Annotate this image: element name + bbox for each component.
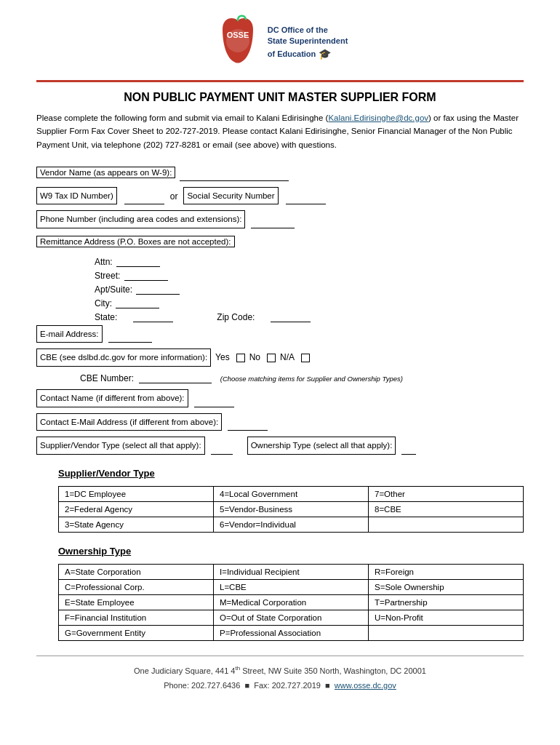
table-cell: 1=DC Employee — [59, 487, 214, 502]
cbe-na-checkbox[interactable] — [301, 354, 310, 362]
remittance-label: Remittance Address (P.O. Boxes are not a… — [36, 236, 235, 247]
table-row: 2=Federal Agency 5=Vendor-Business 8=CBE — [59, 502, 524, 517]
contact-email-row: Contact E-Mail Address (if different fro… — [36, 413, 524, 431]
cbe-number-input[interactable] — [139, 372, 212, 383]
table-row: A=State Corporation I=Individual Recipie… — [59, 565, 524, 580]
supplier-type-input[interactable] — [211, 439, 233, 455]
contact-email-input[interactable] — [228, 415, 268, 431]
org-line3: of Education 🎓 — [268, 47, 348, 62]
table-cell: U=Non-Profit — [369, 610, 524, 626]
table-row: E=State Employee M=Medical Corporation T… — [59, 595, 524, 610]
table-row: 1=DC Employee 4=Local Government 7=Other — [59, 487, 524, 502]
table-cell: P=Professional Association — [214, 626, 369, 641]
ownership-section-title: Ownership Type — [58, 546, 524, 557]
table-cell — [369, 626, 524, 641]
form-title: NON PUBLIC PAYMENT UNIT MASTER SUPPLIER … — [36, 91, 524, 104]
table-cell: S=Sole Ownership — [369, 580, 524, 595]
phone-row: Phone Number (including area codes and e… — [36, 210, 524, 228]
table-cell: A=State Corporation — [59, 565, 214, 580]
vendor-name-label: Vendor Name (as appears on W-9): — [36, 167, 175, 178]
or-text: or — [170, 189, 178, 205]
street-label: Street: — [95, 271, 120, 281]
yes-label: Yes — [215, 350, 230, 366]
table-cell: T=Partnership — [369, 595, 524, 610]
table-cell: I=Individual Recipient — [214, 565, 369, 580]
cbe-yes-checkbox[interactable] — [236, 354, 245, 362]
footer-fax: Fax: 202.727.2019 — [254, 681, 321, 690]
footer-phone: Phone: 202.727.6436 — [164, 681, 240, 690]
attn-label: Attn: — [95, 257, 113, 267]
state-input[interactable] — [133, 311, 173, 322]
ownership-type-field: Ownership Type (select all that apply): — [247, 437, 417, 455]
org-line3-text: of Education — [268, 49, 316, 60]
table-cell: E=State Employee — [59, 595, 214, 610]
ownership-type-input[interactable] — [401, 439, 416, 455]
table-cell: 4=Local Government — [214, 487, 369, 502]
intro-text: Please complete the following form and s… — [36, 111, 524, 151]
table-cell: 3=State Agency — [59, 517, 214, 533]
vendor-name-input[interactable] — [180, 164, 289, 181]
attn-input[interactable] — [116, 256, 160, 267]
email-input[interactable] — [108, 327, 152, 343]
zip-label: Zip Code: — [217, 312, 255, 322]
intro-text-1: Please complete the following form and s… — [36, 113, 328, 122]
header: OSSE DC Office of the State Superintende… — [36, 15, 524, 82]
city-label: City: — [95, 298, 112, 308]
state-label: State: — [95, 312, 117, 322]
footer-address: One Judiciary Square, 441 4th Street, NW… — [36, 664, 524, 678]
apt-input[interactable] — [136, 284, 180, 295]
ssn-input[interactable] — [286, 188, 326, 205]
email-row: E-mail Address: — [36, 325, 524, 343]
address-block: Attn: Street: Apt/Suite: City: State: Zi — [95, 256, 524, 322]
street-input[interactable] — [124, 270, 168, 281]
supplier-type-field: Supplier/Vendor Type (select all that ap… — [36, 437, 233, 455]
table-cell: O=Out of State Corporation — [214, 610, 369, 626]
table-cell: L=CBE — [214, 580, 369, 595]
contact-email-label: Contact E-Mail Address (if different fro… — [36, 413, 222, 431]
city-row: City: — [95, 298, 524, 308]
contact-name-label: Contact Name (if different from above): — [36, 389, 188, 407]
zip-input[interactable] — [271, 311, 311, 322]
osse-logo-apple: OSSE — [212, 15, 263, 71]
remittance-row: Remittance Address (P.O. Boxes are not a… — [36, 234, 524, 250]
no-label: No — [249, 350, 260, 366]
supplier-ownership-row: Supplier/Vendor Type (select all that ap… — [36, 437, 524, 455]
table-cell — [369, 517, 524, 533]
org-line2: State Superintendent — [268, 36, 348, 47]
page: OSSE DC Office of the State Superintende… — [0, 0, 560, 745]
contact-name-input[interactable] — [194, 391, 234, 407]
table-cell: G=Government Entity — [59, 626, 214, 641]
footer-contact: Phone: 202.727.6436 ■ Fax: 202.727.2019 … — [36, 679, 524, 693]
table-cell: F=Financial Institution — [59, 610, 214, 626]
apt-label: Apt/Suite: — [95, 284, 132, 295]
education-icon: 🎓 — [319, 47, 331, 62]
footer-website-link[interactable]: www.osse.dc.gov — [335, 681, 396, 690]
w9-label: W9 Tax ID Number) — [36, 187, 117, 205]
email-label: E-mail Address: — [36, 325, 103, 343]
footer-address2: Street, NW Suite 350 North, Washington, … — [240, 666, 426, 675]
table-cell: 2=Federal Agency — [59, 502, 214, 517]
table-cell: C=Professional Corp. — [59, 580, 214, 595]
w9-ssn-row: W9 Tax ID Number) or Social Security Num… — [36, 187, 524, 205]
email-link[interactable]: Kalani.Edirisinghe@dc.gov — [328, 113, 428, 122]
ssn-label: Social Security Number — [183, 187, 278, 205]
na-label: N/A — [280, 350, 295, 366]
logo-container: OSSE DC Office of the State Superintende… — [36, 15, 524, 74]
table-cell: 5=Vendor-Business — [214, 502, 369, 517]
supplier-vendor-table: 1=DC Employee 4=Local Government 7=Other… — [58, 486, 524, 533]
table-row: G=Government Entity P=Professional Assoc… — [59, 626, 524, 641]
city-input[interactable] — [116, 298, 159, 308]
contact-name-row: Contact Name (if different from above): — [36, 389, 524, 407]
table-row: F=Financial Institution O=Out of State C… — [59, 610, 524, 626]
footer: One Judiciary Square, 441 4th Street, NW… — [36, 664, 524, 693]
w9-input[interactable] — [124, 188, 164, 205]
apt-row: Apt/Suite: — [95, 284, 524, 295]
supplier-type-label: Supplier/Vendor Type (select all that ap… — [36, 437, 205, 455]
footer-address-text: One Judiciary Square, 441 4 — [134, 666, 235, 675]
cbe-number-row: CBE Number: (Choose matching items for S… — [80, 372, 524, 383]
table-cell: 8=CBE — [369, 502, 524, 517]
red-divider — [36, 80, 524, 82]
cbe-no-checkbox[interactable] — [267, 354, 276, 362]
org-name-block: DC Office of the State Superintendent of… — [268, 25, 348, 61]
phone-input[interactable] — [251, 212, 295, 229]
